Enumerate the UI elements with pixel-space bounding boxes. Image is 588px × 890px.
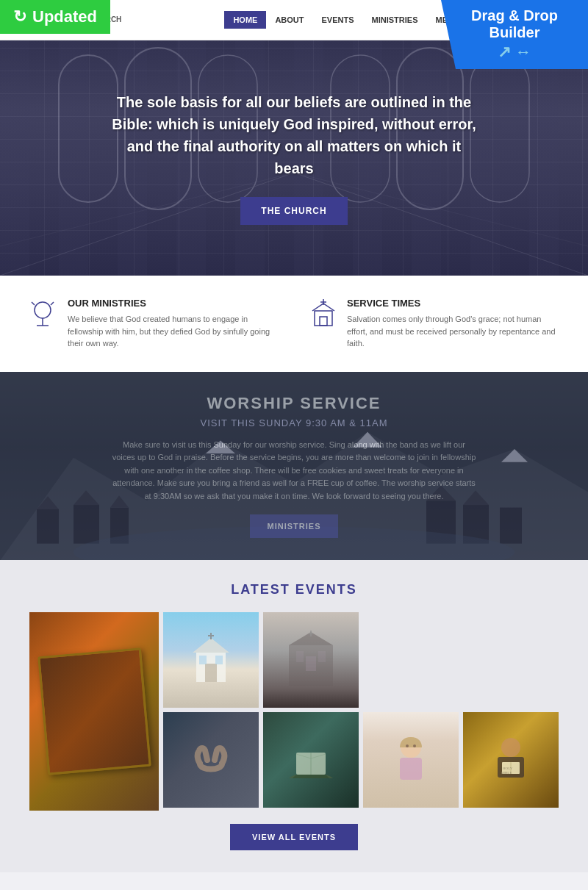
svg-rect-44 xyxy=(306,656,316,671)
event-image-church[interactable] xyxy=(163,612,259,708)
svg-marker-36 xyxy=(193,638,229,653)
updated-badge: ↻ Updated xyxy=(0,0,110,34)
events-row-1: HOLY BIBLE xyxy=(29,612,559,811)
svg-rect-14 xyxy=(315,311,332,326)
svg-rect-46 xyxy=(318,651,326,662)
event-image-cathedral[interactable] xyxy=(263,612,359,708)
ministry-content-ministries: OUR MINISTRIES We believe that God creat… xyxy=(68,298,279,350)
svg-rect-33 xyxy=(500,507,522,543)
ministry-item-service: SERVICE TIMES Salvation comes only throu… xyxy=(309,298,559,350)
event-image-book[interactable] xyxy=(263,712,359,808)
dnd-badge: Drag & DropBuilder ↗ ↔ xyxy=(441,0,588,69)
svg-point-53 xyxy=(406,744,409,747)
svg-rect-39 xyxy=(205,664,217,682)
nav-home[interactable]: HOME xyxy=(224,11,266,29)
events-top-row xyxy=(163,612,559,708)
chalice-icon xyxy=(29,298,56,350)
worship-section: WORSHIP SERVICE VISIT THIS SUNDAY 9:30 A… xyxy=(0,372,588,561)
sync-icon: ↻ xyxy=(13,7,26,26)
hero-button[interactable]: THE CHURCH xyxy=(240,197,347,225)
svg-text:BIBLE: BIBLE xyxy=(501,771,512,775)
svg-text:HOLY: HOLY xyxy=(503,767,513,770)
ministry-content-service: SERVICE TIMES Salvation comes only throu… xyxy=(347,298,559,350)
events-heading: LATEST EVENTS xyxy=(29,582,559,597)
view-all-events-button[interactable]: VIEW ALL EVENTS xyxy=(230,824,358,850)
svg-point-54 xyxy=(413,744,416,747)
svg-rect-40 xyxy=(199,656,207,664)
svg-rect-23 xyxy=(37,509,59,543)
svg-rect-17 xyxy=(320,317,327,326)
svg-rect-52 xyxy=(400,758,422,780)
svg-rect-25 xyxy=(74,505,99,544)
hero-section: The sole basis for all our beliefs are o… xyxy=(0,40,588,276)
event-image-girl[interactable] xyxy=(363,712,459,808)
svg-rect-45 xyxy=(296,651,304,662)
church-building-icon xyxy=(309,298,335,350)
ministry-desc-ministries: We believe that God created humans to en… xyxy=(68,313,279,350)
dnd-label: Drag & DropBuilder xyxy=(471,7,558,40)
ministry-title-ministries: OUR MINISTRIES xyxy=(68,298,279,309)
nav-ministries[interactable]: MINISTRIES xyxy=(363,11,427,29)
events-right-col: HOLY BIBLE xyxy=(163,612,559,811)
bible-decoration xyxy=(37,648,151,776)
ministries-section: OUR MINISTRIES We believe that God creat… xyxy=(0,276,588,372)
ministry-title-service: SERVICE TIMES xyxy=(347,298,559,309)
worship-bg xyxy=(0,372,588,561)
events-bottom-row: HOLY BIBLE xyxy=(163,712,559,808)
updated-label: Updated xyxy=(32,7,97,26)
hero-text: The sole basis for all our beliefs are o… xyxy=(92,91,496,179)
event-image-bible[interactable] xyxy=(29,612,159,811)
events-section: LATEST EVENTS xyxy=(0,560,588,872)
arrows-icon: ↗ ↔ xyxy=(454,43,575,62)
nav-about[interactable]: ABOUT xyxy=(266,11,312,29)
svg-point-55 xyxy=(501,738,520,757)
ministry-item-ministries: OUR MINISTRIES We believe that God creat… xyxy=(29,298,279,350)
svg-rect-41 xyxy=(215,656,223,664)
nav-events[interactable]: EVENTS xyxy=(313,11,363,29)
event-image-reader[interactable]: HOLY BIBLE xyxy=(463,712,559,808)
ministry-desc-service: Salvation comes only through God's grace… xyxy=(347,313,559,350)
event-image-hands[interactable] xyxy=(163,712,259,808)
vision-section: OUR VISION Adult ministry is a chance fo… xyxy=(0,872,588,890)
